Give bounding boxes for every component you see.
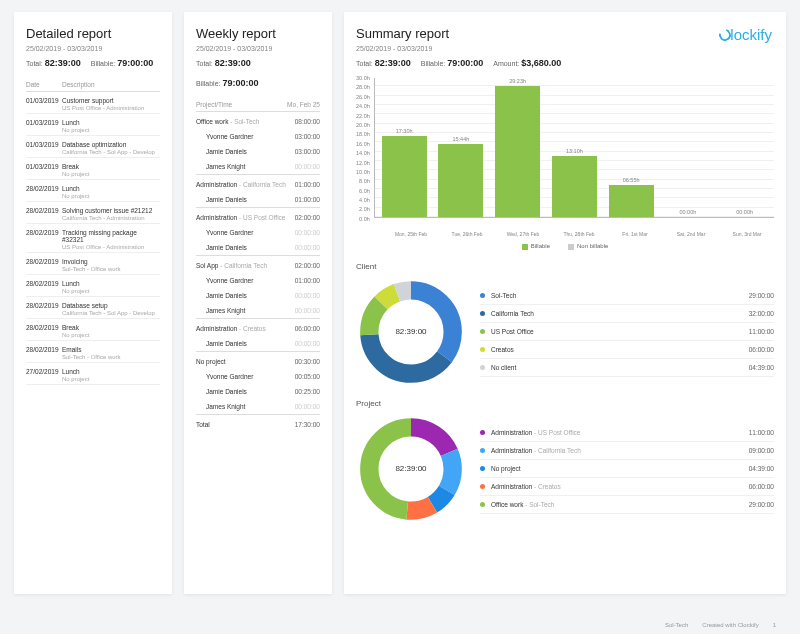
weekly-user-row[interactable]: James Knight00:00:00	[196, 303, 320, 319]
client-donut: 82:39:00	[356, 277, 466, 387]
summary-range: 25/02/2019 - 03/03/2019	[356, 45, 774, 52]
list-item[interactable]: Creatos06:00:00	[480, 341, 774, 359]
bar[interactable]: 29:23h	[490, 78, 545, 217]
weekly-range: 25/02/2019 - 03/03/2019	[196, 45, 320, 52]
weekly-user-row[interactable]: Yvonne Gardner01:00:00	[196, 273, 320, 288]
weekly-user-row[interactable]: Jamie Daniels00:25:00	[196, 384, 320, 399]
detailed-totals: Total: 82:39:00 Billable: 79:00:00	[26, 58, 160, 68]
bar-chart: 30.0h28.0h26.0h24.0h22.0h20.0h18.0h16.0h…	[356, 78, 774, 228]
list-item[interactable]: Administration - Creatos06:00:00	[480, 478, 774, 496]
list-item[interactable]: California Tech32:00:00	[480, 305, 774, 323]
client-section-title: Client	[356, 262, 774, 271]
chart-xaxis: Mon, 25th FebTue, 26th FebWed, 27th FebT…	[384, 231, 774, 237]
bar[interactable]: 00:00h	[717, 78, 772, 217]
weekly-group[interactable]: Office work - Sol-Tech08:00:00	[196, 112, 320, 130]
detailed-title: Detailed report	[26, 26, 160, 41]
weekly-user-row[interactable]: Jamie Daniels01:00:00	[196, 192, 320, 208]
col-day: Mo, Feb 25	[287, 98, 320, 112]
weekly-group[interactable]: Administration - Creatos06:00:00	[196, 319, 320, 337]
weekly-user-row[interactable]: Jamie Daniels03:00:00	[196, 144, 320, 159]
table-row[interactable]: 28/02/2019EmailsSol-Tech - Office work	[26, 341, 160, 363]
client-list: Sol-Tech29:00:00California Tech32:00:00U…	[480, 287, 774, 377]
project-row: 82:39:00 Administration - US Post Office…	[356, 414, 774, 524]
weekly-user-row[interactable]: Jamie Daniels00:00:00	[196, 240, 320, 256]
weekly-title: Weekly report	[196, 26, 320, 41]
weekly-user-row[interactable]: Jamie Daniels00:00:00	[196, 336, 320, 352]
table-row[interactable]: 28/02/2019LunchNo project	[26, 275, 160, 297]
detailed-range: 25/02/2019 - 03/03/2019	[26, 45, 160, 52]
table-row[interactable]: 28/02/2019InvoicingSol-Tech - Office wor…	[26, 253, 160, 275]
list-item[interactable]: US Post Office11:00:00	[480, 323, 774, 341]
table-row[interactable]: 27/02/2019LunchNo project	[26, 363, 160, 385]
table-row[interactable]: 28/02/2019BreakNo project	[26, 319, 160, 341]
weekly-table: Project/Time Mo, Feb 25 Office work - So…	[196, 98, 320, 432]
bar[interactable]: 00:00h	[661, 78, 716, 217]
weekly-user-row[interactable]: Yvonne Gardner03:00:00	[196, 129, 320, 144]
weekly-user-row[interactable]: James Knight00:00:00	[196, 159, 320, 175]
weekly-user-row[interactable]: Jamie Daniels00:00:00	[196, 288, 320, 303]
summary-totals: Total: 82:39:00 Billable: 79:00:00 Amoun…	[356, 58, 774, 68]
table-row[interactable]: 01/03/2019LunchNo project	[26, 114, 160, 136]
col-proj: Project/Time	[196, 98, 287, 112]
table-row[interactable]: 01/03/2019BreakNo project	[26, 158, 160, 180]
weekly-group[interactable]: Administration - California Tech01:00:00	[196, 175, 320, 193]
table-row[interactable]: 28/02/2019LunchNo project	[26, 180, 160, 202]
project-list: Administration - US Post Office11:00:00A…	[480, 424, 774, 514]
legend-swatch-nonbillable	[568, 244, 574, 250]
weekly-totals: Total: 82:39:00 Billable: 79:00:00	[196, 58, 320, 88]
weekly-group[interactable]: Administration - US Post Office02:00:00	[196, 208, 320, 226]
list-item[interactable]: Office work - Sol-Tech29:00:00	[480, 496, 774, 514]
chart-plot: 17:30h15:44h29:23h13:10h06:55h00:00h00:0…	[374, 78, 774, 218]
list-item[interactable]: Administration - US Post Office11:00:00	[480, 424, 774, 442]
list-item[interactable]: No project04:39:00	[480, 460, 774, 478]
detailed-report-card: Detailed report 25/02/2019 - 03/03/2019 …	[14, 12, 172, 594]
weekly-report-card: Weekly report 25/02/2019 - 03/03/2019 To…	[184, 12, 332, 594]
weekly-user-row[interactable]: Yvonne Gardner00:05:00	[196, 369, 320, 384]
weekly-group[interactable]: No project00:30:00	[196, 352, 320, 370]
project-section-title: Project	[356, 399, 774, 408]
bar[interactable]: 15:44h	[434, 78, 489, 217]
chart-legend: Billable Non billable	[356, 243, 774, 249]
weekly-group[interactable]: Sol App - California Tech02:00:00	[196, 256, 320, 274]
table-row[interactable]: 01/03/2019Customer supportUS Post Office…	[26, 92, 160, 114]
col-date: Date	[26, 78, 62, 92]
table-row[interactable]: 28/02/2019Solving customer issue #21212C…	[26, 202, 160, 224]
list-item[interactable]: Administration - California Tech09:00:00	[480, 442, 774, 460]
page-footer: Sol-Tech Created with Clockify 1	[665, 622, 776, 628]
list-item[interactable]: No client04:39:00	[480, 359, 774, 377]
clockify-logo: lockify	[719, 26, 772, 43]
weekly-user-row[interactable]: Yvonne Gardner00:00:00	[196, 225, 320, 240]
detailed-table: Date Description 01/03/2019Customer supp…	[26, 78, 160, 385]
list-item[interactable]: Sol-Tech29:00:00	[480, 287, 774, 305]
client-row: 82:39:00 Sol-Tech29:00:00California Tech…	[356, 277, 774, 387]
summary-title: Summary report	[356, 26, 774, 41]
weekly-total-row: Total17:30:00	[196, 415, 320, 433]
bar[interactable]: 17:30h	[377, 78, 432, 217]
bar[interactable]: 06:55h	[604, 78, 659, 217]
bar[interactable]: 13:10h	[547, 78, 602, 217]
weekly-user-row[interactable]: James Knight00:00:00	[196, 399, 320, 415]
project-donut: 82:39:00	[356, 414, 466, 524]
table-row[interactable]: 01/03/2019Database optimizationCaliforni…	[26, 136, 160, 158]
col-desc: Description	[62, 78, 160, 92]
table-row[interactable]: 28/02/2019Tracking missing package #3232…	[26, 224, 160, 253]
summary-report-card: lockify Summary report 25/02/2019 - 03/0…	[344, 12, 786, 594]
legend-swatch-billable	[522, 244, 528, 250]
table-row[interactable]: 28/02/2019Database setupCalifornia Tech …	[26, 297, 160, 319]
